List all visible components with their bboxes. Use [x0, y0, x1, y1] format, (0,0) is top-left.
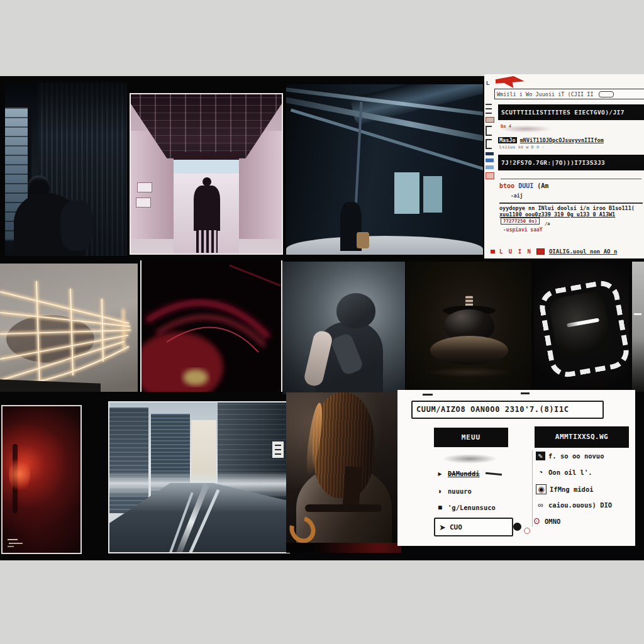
footer-link-text[interactable]: OIALIG.uoul non AO n: [549, 248, 617, 255]
inverted-heading-1: SCUTTTIILISTITITES EIECTGVO)/JI7: [498, 104, 644, 120]
hair-strap: [343, 466, 362, 508]
input-value: CUO: [450, 523, 462, 531]
option-item[interactable]: ∞ caiou.ouous) DIO: [536, 501, 612, 509]
menu-header-left: MEUU: [434, 428, 508, 447]
red-caption: -uspiavi saaY: [503, 227, 543, 233]
photo-collage: L Wmiili i Wo Juuoii iT (CJII II SCUTTTI…: [0, 76, 644, 560]
photo-pink-corridor-figure: [130, 93, 283, 255]
corner-mark: L: [486, 80, 490, 86]
red-ring-icon: [524, 528, 530, 534]
light-path: [286, 236, 483, 255]
menu-item[interactable]: ◗ nuuuro: [435, 487, 472, 496]
photo-partial-sliver: [632, 262, 644, 392]
scribble-mark: [8, 546, 14, 547]
menu-item[interactable]: ■ 'g/Lenunsuco: [435, 503, 496, 512]
paragraph-block: oyydopye nn INlui doolsi i/n iroo B1so11…: [499, 203, 643, 218]
belt: [305, 504, 382, 512]
pedestal-base: [430, 336, 508, 365]
dash-icon: [486, 113, 492, 114]
bracket-icon: [486, 126, 492, 136]
wall-window: [136, 197, 151, 208]
menu-item[interactable]: ▸ DAMunddi: [435, 469, 502, 478]
option-label: Oon oil l'.: [548, 469, 592, 476]
note-tail: /a: [545, 221, 550, 226]
photo-hooded-figure-fog: [282, 262, 405, 394]
figure-backpack: [60, 201, 93, 251]
bracket-icon: [486, 139, 492, 149]
white-dash: [634, 313, 641, 315]
dark-figure: [194, 186, 220, 231]
webpage-screenshot-panel: L Wmiili i Wo Juuoii iT (CJII II SCUTTTI…: [484, 74, 644, 258]
photo-glowing-wireframe: [0, 264, 138, 392]
bright-red-core: [9, 455, 30, 493]
swirl-icon: ʘ: [532, 517, 541, 526]
scribble-mark: [9, 543, 23, 544]
top-dash: [423, 394, 433, 396]
option-item[interactable]: ◔ Oon oil l'.: [536, 468, 592, 477]
panel-title-box: CUUM/AIZO8 OAN0O0 2310'7.(8)I1C: [411, 401, 604, 419]
menu-item-label: 'g/Lenunsuco: [448, 504, 496, 511]
paragraph-line-2: xuu1100 oou0z339 319 0g u133 0 A13W1: [499, 211, 615, 218]
link-part-red[interactable]: btoo: [499, 182, 514, 189]
link-subtext: Lsiiuu so w b n -: [499, 145, 545, 150]
dash-icon: [486, 104, 492, 105]
footer-red-text: L U I N: [499, 248, 532, 255]
menu-item-label: DAMunddi: [448, 470, 480, 477]
strike-tail: [485, 472, 501, 475]
square-icon: ■: [435, 503, 445, 512]
option-label: IfMng midoi: [550, 486, 594, 493]
toolbar-button-icon[interactable]: [599, 91, 614, 97]
arrow-icon: ➤: [439, 523, 446, 532]
link-badge[interactable]: MasJo: [498, 137, 517, 143]
option-label: f. so oo novuo: [548, 452, 604, 460]
menu-header-right: AMMTIXXSQ.WG: [535, 426, 629, 448]
eye-icon: ◉: [536, 484, 547, 494]
badge-icon: ◗: [435, 487, 445, 496]
figure-backpack: [357, 232, 369, 248]
option-item[interactable]: ✎ f. so oo novuo: [536, 452, 604, 460]
clock-icon: ◔: [536, 468, 545, 477]
loop-icon: ∞: [536, 501, 545, 509]
arc-light-shapes: [142, 260, 281, 392]
photo-woman-long-hair-back: [286, 392, 401, 553]
wall-window: [137, 182, 152, 192]
menu-item-label: nuuuro: [448, 487, 472, 495]
figure-hood: [336, 293, 375, 328]
wireframe-light-trails: [0, 264, 138, 392]
input-box[interactable]: ➤ CUO: [434, 518, 513, 536]
hyperlink-row[interactable]: MasJo mNViT11OJOpcOJsuvyvnIIIfom: [498, 137, 643, 143]
red-flag-logo-icon[interactable]: [496, 76, 525, 88]
bottom-shadow: [286, 543, 401, 553]
lit-doorway: [423, 176, 442, 213]
toolbar-text: Wmiili i Wo Juuoii iT (CJII II: [497, 91, 594, 97]
figure-legs: [196, 230, 218, 253]
red-bullet-icon: [491, 250, 495, 253]
note-box: 77277250 0s): [501, 218, 540, 225]
street-sign: [272, 441, 284, 458]
option-label: caiou.ouous) DIO: [548, 501, 612, 509]
photo-industrial-alley: [286, 84, 483, 255]
menu-form-panel: CUUM/AIZO8 OAN0O0 2310'7.(8)I1C MEUU AMM…: [397, 390, 635, 546]
option-item[interactable]: ◉ IfMng midoi: [536, 484, 594, 494]
black-dot-button[interactable]: [513, 523, 521, 531]
pen-icon: ✎: [536, 452, 545, 460]
list-link[interactable]: btoo DUUI (Am: [499, 182, 548, 189]
paragraph-line-1: oyydopye nn INlui doolsi i/n iroo B1so11…: [499, 205, 635, 211]
moodboard-canvas: L Wmiili i Wo Juuoii iT (CJII II SCUTTTI…: [0, 0, 644, 644]
photo-red-smoke-abstract: [1, 405, 82, 554]
link-part-dark: (Am: [537, 182, 548, 189]
link-part-blue[interactable]: DUUI: [518, 182, 533, 189]
list-divider: [532, 450, 533, 527]
footer-row: L U I N OIALIG.uoul non AO n: [491, 248, 617, 255]
dark-bar-icon: [486, 152, 494, 155]
dash-icon: [486, 108, 492, 109]
option-item[interactable]: ʘ OMNO: [532, 517, 560, 526]
scribble-mark: [8, 539, 18, 540]
link-text[interactable]: mNViT11OJOpcOJsuvyvnIIIfom: [520, 137, 604, 143]
blue-bar-icon: [486, 158, 494, 162]
option-label: OMNO: [545, 518, 560, 525]
figure-head: [203, 177, 211, 186]
reflection: [425, 367, 513, 377]
smudge-caption: Ba 4: [501, 124, 511, 129]
browser-toolbar[interactable]: Wmiili i Wo Juuoii iT (CJII II: [494, 89, 644, 99]
